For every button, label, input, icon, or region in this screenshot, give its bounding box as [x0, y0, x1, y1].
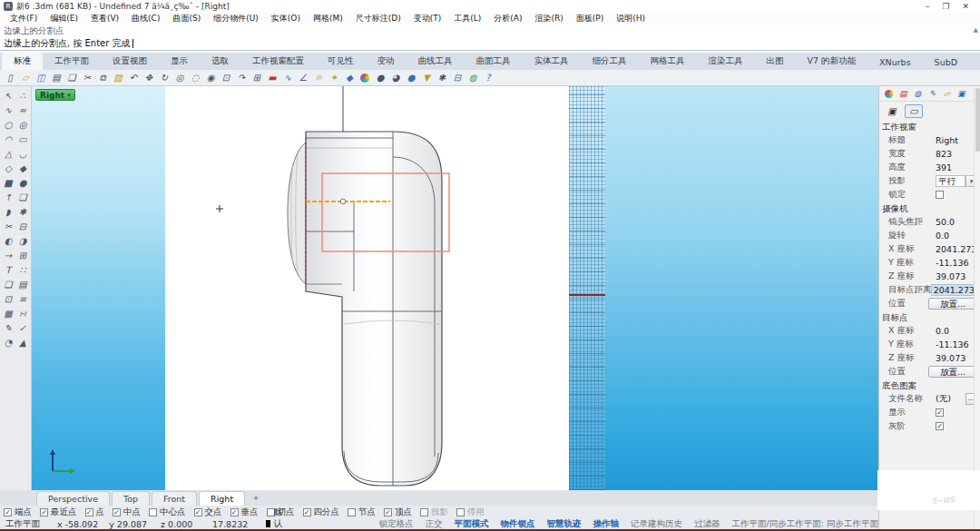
- menu-item[interactable]: 渲染(R): [528, 13, 569, 25]
- property-value[interactable]: (无): [936, 393, 965, 405]
- solid-edit-icon[interactable]: ⊡: [1, 291, 15, 306]
- toolbar-tab[interactable]: 出图: [755, 53, 796, 70]
- explode-icon[interactable]: ✱: [15, 204, 30, 219]
- render-blue-sphere-icon[interactable]: ●: [404, 71, 418, 84]
- checkbox[interactable]: [4, 508, 12, 516]
- zoom-icon[interactable]: ◎: [172, 71, 187, 84]
- rendered-sphere-icon[interactable]: ◕: [388, 71, 403, 84]
- toolbar-tab[interactable]: 曲线工具: [407, 53, 465, 70]
- loft-surface-icon[interactable]: ◆: [15, 161, 30, 175]
- property-value[interactable]: 平行: [936, 175, 965, 187]
- menu-item[interactable]: 面板(P): [570, 13, 610, 25]
- status-toggle[interactable]: 操作轴: [593, 518, 620, 530]
- arc-icon[interactable]: ◠: [1, 132, 15, 146]
- property-value[interactable]: 2041.273: [931, 284, 977, 296]
- menu-item[interactable]: 细分物件(U): [207, 13, 265, 25]
- minimize-button[interactable]: –: [926, 2, 930, 11]
- fillet-icon[interactable]: ◗: [1, 204, 15, 219]
- copy-icon[interactable]: ⧉: [95, 71, 110, 84]
- gears-icon[interactable]: ✱: [435, 71, 449, 84]
- box-solid-icon[interactable]: ■: [1, 175, 15, 190]
- lock-icon[interactable]: ✦: [327, 71, 341, 84]
- zoom-window-icon[interactable]: ◌: [188, 71, 202, 84]
- color-wheel-icon[interactable]: [358, 71, 372, 84]
- status-toggle[interactable]: 平面模式: [455, 518, 489, 530]
- points-icon[interactable]: ∴: [15, 88, 30, 103]
- osnap-toggle[interactable]: 中心点: [149, 506, 186, 518]
- menu-item[interactable]: 编辑(E): [44, 13, 84, 25]
- move-uvn-icon[interactable]: ∷: [15, 262, 30, 277]
- property-value[interactable]: 391: [936, 162, 977, 172]
- command-scroll-up-icon[interactable]: ▲: [974, 26, 978, 34]
- menu-item[interactable]: 变动(T): [407, 13, 448, 25]
- split-icon[interactable]: ⊟: [15, 219, 30, 233]
- library-tab-icon[interactable]: ▱: [941, 88, 953, 100]
- checkbox[interactable]: [113, 508, 121, 516]
- osnap-toggle[interactable]: 垂点: [230, 506, 259, 518]
- command-area[interactable]: 边缘上的分割点 边缘上的分割点, 按 Enter 完成 ▲: [0, 25, 980, 51]
- property-value[interactable]: Right: [936, 135, 977, 145]
- save-icon[interactable]: ◫: [34, 71, 48, 84]
- open-folder-icon[interactable]: ▱: [18, 71, 33, 84]
- layers-tab-icon[interactable]: ▤: [897, 88, 909, 100]
- checkbox[interactable]: [230, 508, 239, 516]
- menu-item[interactable]: 工具(L): [447, 13, 487, 25]
- property-value[interactable]: 823: [936, 149, 977, 159]
- new-file-icon[interactable]: ▯: [3, 71, 17, 84]
- toolbar-tab[interactable]: 网格工具: [639, 53, 697, 70]
- osnap-toggle[interactable]: 交点: [194, 506, 222, 518]
- checkbox[interactable]: [348, 508, 356, 516]
- toolbar-tab[interactable]: 工作平面: [43, 53, 101, 70]
- render-style-icon[interactable]: ▲: [15, 335, 30, 349]
- property-value[interactable]: 0.0: [936, 326, 977, 336]
- check-icon[interactable]: ✓: [15, 320, 30, 335]
- checkbox[interactable]: [936, 191, 944, 199]
- checkbox[interactable]: [194, 508, 202, 516]
- trim-icon[interactable]: ✂: [1, 219, 15, 233]
- rotate-view-icon[interactable]: ↻: [157, 71, 172, 84]
- osnap-toggle[interactable]: 投影: [420, 506, 448, 518]
- checkbox[interactable]: [936, 422, 944, 430]
- zoom-extents-icon[interactable]: ⊡: [219, 71, 233, 84]
- four-viewports-icon[interactable]: ⊞: [250, 71, 264, 84]
- zoom-selected-icon[interactable]: ◉: [203, 71, 218, 84]
- viewport-properties-button[interactable]: ▭: [905, 104, 923, 118]
- curve-network-icon[interactable]: ⊞: [15, 248, 30, 262]
- property-value[interactable]: 0.0: [936, 231, 977, 241]
- property-value[interactable]: 39.073: [936, 271, 977, 281]
- checkbox[interactable]: [40, 508, 48, 516]
- osnap-toggle[interactable]: 点: [85, 506, 105, 518]
- grid-array-icon[interactable]: ▦: [1, 306, 15, 320]
- surface-tools-icon[interactable]: ❏: [15, 190, 30, 204]
- osnap-toggle[interactable]: 端点: [4, 506, 32, 518]
- transform-icon[interactable]: T: [1, 262, 15, 277]
- toolbar-tab[interactable]: 细分工具: [581, 53, 639, 70]
- cylinder-solid-icon[interactable]: ●: [15, 175, 30, 190]
- status-toggle[interactable]: 锁定格点: [379, 518, 414, 530]
- measure-icon[interactable]: ∿: [280, 71, 295, 84]
- menu-item[interactable]: 实体(O): [265, 13, 307, 25]
- close-button[interactable]: ✕: [962, 2, 969, 11]
- viewport-title-label[interactable]: Right ▾: [35, 89, 75, 101]
- scrollbar-thumb[interactable]: [975, 88, 980, 152]
- select-pointer-icon[interactable]: ↖: [1, 88, 15, 103]
- pan-icon[interactable]: ✥: [142, 71, 156, 84]
- pen-tab-icon[interactable]: ✎: [926, 88, 938, 100]
- osnap-toggle[interactable]: 最近点: [40, 506, 77, 518]
- status-toggle[interactable]: 物件锁点: [501, 518, 535, 530]
- angle-icon[interactable]: ∠: [296, 71, 310, 84]
- checkbox[interactable]: [85, 508, 93, 516]
- osnap-toggle[interactable]: 四分点: [303, 506, 340, 518]
- property-value[interactable]: 50.0: [936, 217, 977, 227]
- toolbar-tab[interactable]: 曲面工具: [465, 53, 523, 70]
- status-toggle[interactable]: 正交: [426, 518, 443, 530]
- checkbox[interactable]: [149, 508, 157, 516]
- toolbar-tab[interactable]: 显示: [159, 53, 200, 70]
- status-toggle[interactable]: 智慧轨迹: [547, 518, 582, 530]
- status-toggle[interactable]: 工作平面/同步工作平面: 同步工作平面: [732, 518, 878, 530]
- viewport-tab[interactable]: Perspective: [36, 491, 110, 506]
- panel-scrollbar[interactable]: [974, 86, 980, 531]
- funnel-icon[interactable]: ▼: [419, 71, 434, 84]
- car-icon[interactable]: ▬: [265, 71, 279, 84]
- boolean-difference-icon[interactable]: ◑: [15, 233, 30, 248]
